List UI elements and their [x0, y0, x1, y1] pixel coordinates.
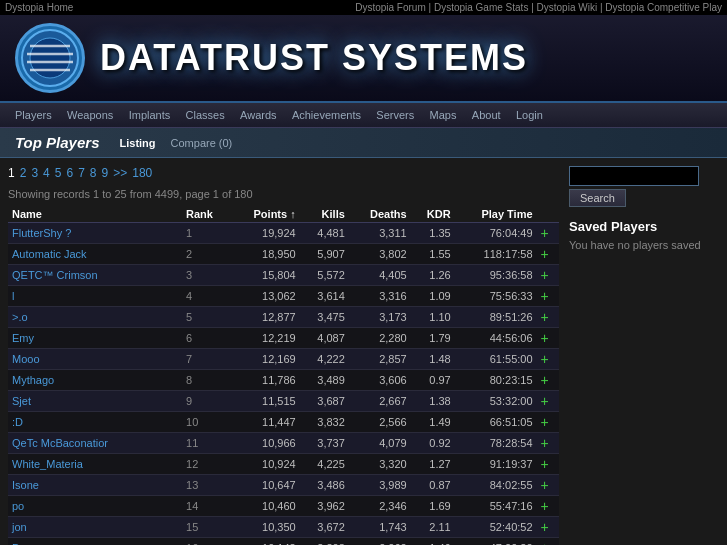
player-kills: 5,572 — [300, 265, 349, 286]
player-kdr: 1.48 — [411, 349, 455, 370]
col-add — [537, 206, 559, 223]
search-input[interactable] — [569, 166, 699, 186]
player-name[interactable]: po — [8, 496, 182, 517]
table-row: po1410,4603,9622,3461.6955:47:16+ — [8, 496, 559, 517]
add-player-button[interactable]: + — [537, 244, 559, 265]
tab-compare[interactable]: Compare (0) — [171, 137, 233, 149]
player-rank: 1 — [182, 223, 230, 244]
page-header: Top Players Listing Compare (0) — [0, 128, 727, 158]
player-kdr: 0.92 — [411, 433, 455, 454]
home-link[interactable]: Dystopia Home — [5, 2, 73, 13]
player-deaths: 2,667 — [349, 391, 411, 412]
logo — [15, 23, 85, 93]
nav-awards[interactable]: Awards — [240, 109, 276, 121]
player-name[interactable]: Automatic Jack — [8, 244, 182, 265]
player-deaths: 3,311 — [349, 223, 411, 244]
player-rank: 10 — [182, 412, 230, 433]
add-player-button[interactable]: + — [537, 307, 559, 328]
player-name[interactable]: >.o — [8, 307, 182, 328]
add-player-button[interactable]: + — [537, 412, 559, 433]
player-name[interactable]: l — [8, 286, 182, 307]
page-2[interactable]: 2 — [20, 166, 27, 180]
add-player-button[interactable]: + — [537, 517, 559, 538]
page-5[interactable]: 5 — [55, 166, 62, 180]
player-playtime: 76:04:49 — [455, 223, 537, 244]
player-playtime: 84:02:55 — [455, 475, 537, 496]
page-6[interactable]: 6 — [66, 166, 73, 180]
add-player-button[interactable]: + — [537, 496, 559, 517]
add-player-button[interactable]: + — [537, 391, 559, 412]
player-name[interactable]: QETC™ Crimson — [8, 265, 182, 286]
player-kdr: 0.97 — [411, 370, 455, 391]
player-deaths: 2,262 — [349, 538, 411, 546]
nav-maps[interactable]: Maps — [430, 109, 457, 121]
add-player-button[interactable]: + — [537, 454, 559, 475]
add-player-button[interactable]: + — [537, 223, 559, 244]
forum-link[interactable]: Dystopia Forum — [355, 2, 426, 13]
nav-weapons[interactable]: Weapons — [67, 109, 113, 121]
player-playtime: 52:40:52 — [455, 517, 537, 538]
player-kdr: 1.26 — [411, 265, 455, 286]
competitive-link[interactable]: Dystopia Competitive Play — [605, 2, 722, 13]
player-rank: 5 — [182, 307, 230, 328]
add-player-button[interactable]: + — [537, 349, 559, 370]
player-kills: 4,222 — [300, 349, 349, 370]
table-row: QeTc McBaconatior1110,9663,7374,0790.927… — [8, 433, 559, 454]
search-button[interactable]: Search — [569, 189, 626, 207]
nav-about[interactable]: About — [472, 109, 501, 121]
page-next[interactable]: >> — [113, 166, 127, 180]
header: DATATRUST SYSTEMS — [0, 15, 727, 103]
stats-link[interactable]: Dystopia Game Stats — [434, 2, 528, 13]
player-name[interactable]: Sjet — [8, 391, 182, 412]
player-rank: 13 — [182, 475, 230, 496]
nav-achievements[interactable]: Achievements — [292, 109, 361, 121]
add-player-button[interactable]: + — [537, 370, 559, 391]
add-player-button[interactable]: + — [537, 328, 559, 349]
player-name[interactable]: Isone — [8, 475, 182, 496]
nav-login[interactable]: Login — [516, 109, 543, 121]
add-player-button[interactable]: + — [537, 538, 559, 546]
nav-classes[interactable]: Classes — [186, 109, 225, 121]
page-last[interactable]: 180 — [132, 166, 152, 180]
page-9[interactable]: 9 — [102, 166, 109, 180]
main-content: 1 2 3 4 5 6 7 8 9 >> 180 Showing records… — [8, 166, 559, 545]
player-name[interactable]: D.ee — [8, 538, 182, 546]
tab-listing[interactable]: Listing — [119, 137, 155, 149]
player-name[interactable]: Mooo — [8, 349, 182, 370]
add-player-button[interactable]: + — [537, 265, 559, 286]
player-name[interactable]: FlutterShy ? — [8, 223, 182, 244]
player-name[interactable]: jon — [8, 517, 182, 538]
player-points: 15,804 — [230, 265, 299, 286]
page-4[interactable]: 4 — [43, 166, 50, 180]
player-playtime: 91:19:37 — [455, 454, 537, 475]
player-kills: 3,962 — [300, 496, 349, 517]
pagination: 1 2 3 4 5 6 7 8 9 >> 180 — [8, 166, 559, 180]
player-name[interactable]: White_Materia — [8, 454, 182, 475]
player-name[interactable]: Mythago — [8, 370, 182, 391]
page-3[interactable]: 3 — [31, 166, 38, 180]
player-name[interactable]: QeTc McBaconatior — [8, 433, 182, 454]
player-deaths: 3,989 — [349, 475, 411, 496]
player-deaths: 3,173 — [349, 307, 411, 328]
nav-servers[interactable]: Servers — [376, 109, 414, 121]
player-kills: 3,737 — [300, 433, 349, 454]
page-8[interactable]: 8 — [90, 166, 97, 180]
nav-implants[interactable]: Implants — [129, 109, 171, 121]
nav-players[interactable]: Players — [15, 109, 52, 121]
player-rank: 11 — [182, 433, 230, 454]
player-kdr: 1.38 — [411, 391, 455, 412]
add-player-button[interactable]: + — [537, 475, 559, 496]
player-points: 10,143 — [230, 538, 299, 546]
player-name[interactable]: :D — [8, 412, 182, 433]
page-7[interactable]: 7 — [78, 166, 85, 180]
player-kills: 3,832 — [300, 412, 349, 433]
player-name[interactable]: Emy — [8, 328, 182, 349]
player-points: 18,950 — [230, 244, 299, 265]
nav-bar: Players Weapons Implants Classes Awards … — [0, 103, 727, 128]
add-player-button[interactable]: + — [537, 286, 559, 307]
wiki-link[interactable]: Dystopia Wiki — [537, 2, 598, 13]
table-row: Mooo712,1694,2222,8571.4861:55:00+ — [8, 349, 559, 370]
page-1[interactable]: 1 — [8, 166, 15, 180]
col-deaths: Deaths — [349, 206, 411, 223]
add-player-button[interactable]: + — [537, 433, 559, 454]
